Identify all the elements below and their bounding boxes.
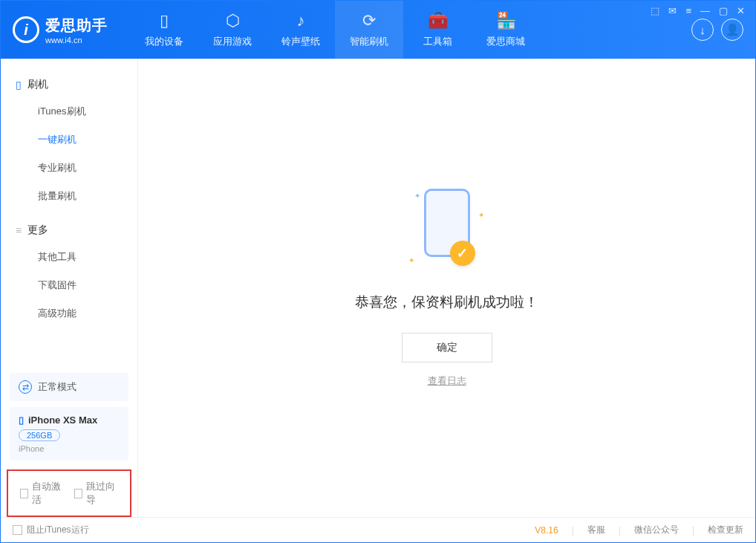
window-controls: ⬚ ✉ ≡ — ▢ ✕ xyxy=(651,5,745,16)
footer-link-update[interactable]: 检查更新 xyxy=(708,524,743,536)
tab-label: 铃声壁纸 xyxy=(281,35,320,48)
ok-button[interactable]: 确定 xyxy=(402,333,492,362)
group-title: 刷机 xyxy=(27,78,48,91)
sidebar-group-flash: ▯ 刷机 xyxy=(1,72,137,97)
tab-label: 工具箱 xyxy=(423,35,452,48)
checkbox-auto-activate[interactable]: 自动激活 xyxy=(20,480,64,507)
store-icon: 🏪 xyxy=(496,11,516,30)
main-content: ✦ ✦ ✦ ✓ 恭喜您，保资料刷机成功啦！ 确定 查看日志 xyxy=(138,59,755,517)
sidebar: ▯ 刷机 iTunes刷机 一键刷机 专业刷机 批量刷机 ≡ 更多 其他工具 下… xyxy=(1,59,138,517)
view-log-link[interactable]: 查看日志 xyxy=(428,374,466,388)
sidebar-item-download-firmware[interactable]: 下载固件 xyxy=(1,271,137,299)
refresh-icon: ⟳ xyxy=(362,11,376,30)
checkbox-icon xyxy=(74,489,82,498)
mode-card[interactable]: ⇄ 正常模式 xyxy=(10,373,128,401)
checkbox-label: 自动激活 xyxy=(32,480,64,507)
success-message: 恭喜您，保资料刷机成功啦！ xyxy=(355,293,538,312)
logo: i 爱思助手 www.i4.cn xyxy=(13,16,108,45)
check-icon: ✓ xyxy=(450,241,475,266)
sidebar-item-other-tools[interactable]: 其他工具 xyxy=(1,243,137,271)
tab-store[interactable]: 🏪 爱思商城 xyxy=(472,1,540,59)
minimize-icon[interactable]: — xyxy=(700,5,710,16)
checkbox-icon xyxy=(13,525,22,535)
main-tabs: ▯ 我的设备 ⬡ 应用游戏 ♪ 铃声壁纸 ⟳ 智能刷机 🧰 工具箱 🏪 爱思商城 xyxy=(130,1,540,59)
user-icon[interactable]: 👤 xyxy=(721,19,743,41)
tab-toolbox[interactable]: 🧰 工具箱 xyxy=(403,1,472,59)
tab-smart-flash[interactable]: ⟳ 智能刷机 xyxy=(335,1,403,59)
device-type: iPhone xyxy=(19,444,120,453)
app-name: 爱思助手 xyxy=(45,16,108,36)
maximize-icon[interactable]: ▢ xyxy=(719,5,728,16)
body: ▯ 刷机 iTunes刷机 一键刷机 专业刷机 批量刷机 ≡ 更多 其他工具 下… xyxy=(1,59,755,517)
tab-label: 应用游戏 xyxy=(213,35,252,48)
success-illustration: ✦ ✦ ✦ ✓ xyxy=(403,189,492,270)
footer: 阻止iTunes运行 V8.16 | 客服 | 微信公众号 | 检查更新 xyxy=(1,517,755,542)
feedback-icon[interactable]: ✉ xyxy=(668,5,677,16)
checkbox-block-itunes[interactable]: 阻止iTunes运行 xyxy=(13,524,89,536)
sparkle-icon: ✦ xyxy=(478,211,484,219)
sidebar-item-pro-flash[interactable]: 专业刷机 xyxy=(1,154,137,182)
device-icon: ▯ xyxy=(160,11,169,30)
app-url: www.i4.cn xyxy=(45,36,108,45)
sidebar-item-one-click-flash[interactable]: 一键刷机 xyxy=(1,126,137,154)
app-window: ⬚ ✉ ≡ — ▢ ✕ i 爱思助手 www.i4.cn ▯ 我的设备 ⬡ 应用… xyxy=(0,0,756,543)
group-title: 更多 xyxy=(27,224,48,237)
mode-icon: ⇄ xyxy=(19,380,32,394)
sidebar-group-more: ≡ 更多 xyxy=(1,218,137,243)
menu-icon[interactable]: ≡ xyxy=(685,5,691,16)
checkbox-skip-guide[interactable]: 跳过向导 xyxy=(74,480,118,507)
phone-icon: ▯ xyxy=(16,79,22,91)
sparkle-icon: ✦ xyxy=(414,192,420,200)
sidebar-item-batch-flash[interactable]: 批量刷机 xyxy=(1,182,137,210)
cube-icon: ⬡ xyxy=(226,11,240,30)
storage-badge: 256GB xyxy=(19,429,60,441)
sparkle-icon: ✦ xyxy=(408,256,414,264)
tab-label: 智能刷机 xyxy=(350,35,388,48)
list-icon: ≡ xyxy=(16,224,22,236)
tab-label: 我的设备 xyxy=(145,35,183,48)
footer-link-support[interactable]: 客服 xyxy=(587,524,605,536)
download-icon[interactable]: ↓ xyxy=(691,19,714,41)
checkbox-label: 阻止iTunes运行 xyxy=(27,524,89,536)
sidebar-item-itunes-flash[interactable]: iTunes刷机 xyxy=(1,97,137,126)
flash-options-highlight: 自动激活 跳过向导 xyxy=(7,469,131,517)
logo-icon: i xyxy=(13,16,39,43)
header: i 爱思助手 www.i4.cn ▯ 我的设备 ⬡ 应用游戏 ♪ 铃声壁纸 ⟳ … xyxy=(1,1,755,59)
header-actions: ↓ 👤 xyxy=(691,19,743,41)
skin-icon[interactable]: ⬚ xyxy=(651,5,659,16)
device-icon: ▯ xyxy=(19,414,24,426)
checkbox-label: 跳过向导 xyxy=(86,480,118,507)
mode-label: 正常模式 xyxy=(38,380,76,394)
footer-link-wechat[interactable]: 微信公众号 xyxy=(634,524,679,536)
device-name: iPhone XS Max xyxy=(28,414,97,426)
tab-apps-games[interactable]: ⬡ 应用游戏 xyxy=(198,1,267,59)
tab-label: 爱思商城 xyxy=(486,35,525,48)
music-icon: ♪ xyxy=(297,11,305,30)
sidebar-item-advanced[interactable]: 高级功能 xyxy=(1,299,137,328)
version-label: V8.16 xyxy=(535,525,558,536)
checkbox-icon xyxy=(20,489,28,498)
tab-my-device[interactable]: ▯ 我的设备 xyxy=(130,1,198,59)
tab-ringtone-wallpaper[interactable]: ♪ 铃声壁纸 xyxy=(267,1,335,59)
close-icon[interactable]: ✕ xyxy=(737,5,745,16)
device-card[interactable]: ▯ iPhone XS Max 256GB iPhone xyxy=(10,407,128,461)
toolbox-icon: 🧰 xyxy=(428,11,448,30)
